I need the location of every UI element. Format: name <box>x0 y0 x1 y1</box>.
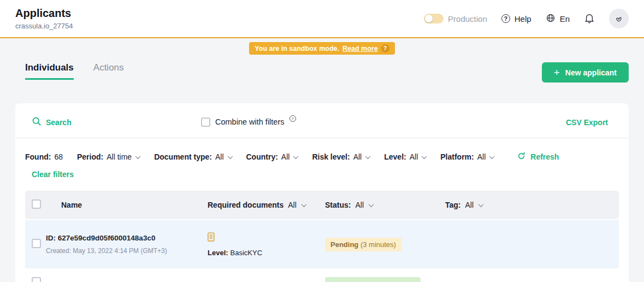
risk-level-filter[interactable]: Risk level: All <box>312 152 370 161</box>
globe-icon <box>546 13 556 25</box>
language-label: En <box>560 14 570 24</box>
divider <box>15 138 629 138</box>
row-checkbox[interactable] <box>32 277 41 282</box>
period-filter[interactable]: Period: All time <box>77 152 140 161</box>
applicant-created: Created: May 13, 2022 4:14 PM (GMT+3) <box>46 247 208 255</box>
chevron-down-icon <box>478 202 484 207</box>
row-checkbox[interactable] <box>32 239 41 248</box>
header-checkbox-cell <box>25 199 46 210</box>
avatar[interactable] <box>609 9 629 28</box>
document-type-filter[interactable]: Document type: All <box>154 152 232 161</box>
chevron-down-icon <box>489 154 495 159</box>
row-status-cell <box>325 277 445 282</box>
level-filter[interactable]: Level: All <box>384 152 426 161</box>
status-badge <box>325 277 421 282</box>
tag-dropdown[interactable]: Tag: All <box>445 201 483 209</box>
csv-export-link[interactable]: CSV Export <box>566 118 612 127</box>
production-label: Production <box>448 14 487 24</box>
chevron-down-icon <box>369 202 374 207</box>
table-row[interactable]: ID: 627e59cd9d05f6000148a3c0 Created: Ma… <box>25 220 619 268</box>
row-checkbox-cell <box>25 239 46 250</box>
found-label: Found: <box>25 152 51 161</box>
chevron-down-icon <box>422 154 427 159</box>
new-applicant-button[interactable]: + New applicant <box>542 62 629 83</box>
combine-info-icon[interactable]: ? <box>289 115 296 122</box>
row-name-cell: ID: 627e59cd9d05f6000148a3c0 Created: Ma… <box>46 234 208 255</box>
chevron-down-icon <box>293 154 299 159</box>
production-toggle[interactable] <box>424 14 444 24</box>
combine-with-filters: Combine with filters ? <box>201 118 296 127</box>
sandbox-banner: You are in sandbox mode. Read more ? <box>249 42 394 55</box>
tabs-row: Individuals Actions + New applicant <box>15 62 629 83</box>
chevron-down-icon <box>365 154 371 159</box>
column-required-documents: Required documents All <box>208 201 325 209</box>
refresh-label: Refresh <box>530 152 559 161</box>
table-header: Name Required documents All Status: All … <box>25 191 619 219</box>
row-checkbox-cell <box>25 277 46 282</box>
clear-filters-link[interactable]: Clear filters <box>32 170 74 179</box>
status-dropdown[interactable]: Status: All <box>325 201 373 209</box>
bell-icon <box>584 13 595 25</box>
chevron-down-icon <box>301 202 306 207</box>
notifications-button[interactable] <box>584 13 595 25</box>
search-button[interactable]: Search <box>32 116 201 128</box>
column-status: Status: All <box>325 201 445 209</box>
title-block: Applicants crassula.io_27754 <box>15 7 73 30</box>
found-count: Found: 68 <box>25 152 63 161</box>
sandbox-message: You are in sandbox mode. <box>255 45 339 52</box>
column-name: Name <box>46 201 208 209</box>
search-label: Search <box>46 118 72 127</box>
top-bar-actions: Production ? Help En <box>424 9 629 28</box>
help-label: Help <box>515 14 531 24</box>
account-id: crassula.io_27754 <box>15 22 73 30</box>
page-title: Applicants <box>15 7 73 20</box>
applicant-id: ID: 627e59cd9d05f6000148a3c0 <box>46 234 208 242</box>
country-filter[interactable]: Country: All <box>246 152 298 161</box>
document-icon <box>208 232 215 244</box>
row-status-cell: Pending (3 minutes) <box>325 238 445 251</box>
language-selector[interactable]: En <box>546 13 570 25</box>
column-tag: Tag: All <box>445 201 619 209</box>
row-documents-cell: Level:BasicKYC <box>208 232 325 257</box>
chevron-down-icon <box>135 154 141 159</box>
help-icon: ? <box>501 14 510 23</box>
read-more-link[interactable]: Read more <box>342 45 378 52</box>
table-row-partial[interactable] <box>25 269 619 282</box>
search-row: Search Combine with filters ? CSV Export <box>25 116 619 128</box>
help-button[interactable]: ? Help <box>501 14 531 24</box>
applicants-card: Search Combine with filters ? CSV Export… <box>15 103 629 282</box>
tab-actions[interactable]: Actions <box>93 62 124 78</box>
search-icon <box>32 116 42 128</box>
avatar-logo-icon <box>614 14 624 24</box>
refresh-icon <box>517 151 526 162</box>
tab-individuals[interactable]: Individuals <box>25 62 74 80</box>
required-documents-dropdown[interactable]: Required documents All <box>208 201 306 209</box>
sandbox-info-icon[interactable]: ? <box>381 44 389 52</box>
applicant-level: Level:BasicKYC <box>208 249 262 257</box>
new-applicant-label: New applicant <box>565 68 617 77</box>
platform-filter[interactable]: Platform: All <box>440 152 494 161</box>
refresh-button[interactable]: Refresh <box>517 151 559 162</box>
toggle-knob <box>425 15 433 22</box>
status-badge: Pending (3 minutes) <box>325 238 401 251</box>
plus-icon: + <box>554 67 560 78</box>
production-toggle-group: Production <box>424 14 487 24</box>
filters-row: Found: 68 Period: All time Document type… <box>25 151 619 162</box>
combine-checkbox[interactable] <box>201 118 210 127</box>
chevron-down-icon <box>227 154 233 159</box>
top-bar: Applicants crassula.io_27754 Production … <box>0 0 644 38</box>
combine-label: Combine with filters <box>215 118 285 126</box>
select-all-checkbox[interactable] <box>32 199 41 209</box>
found-value: 68 <box>54 152 63 161</box>
